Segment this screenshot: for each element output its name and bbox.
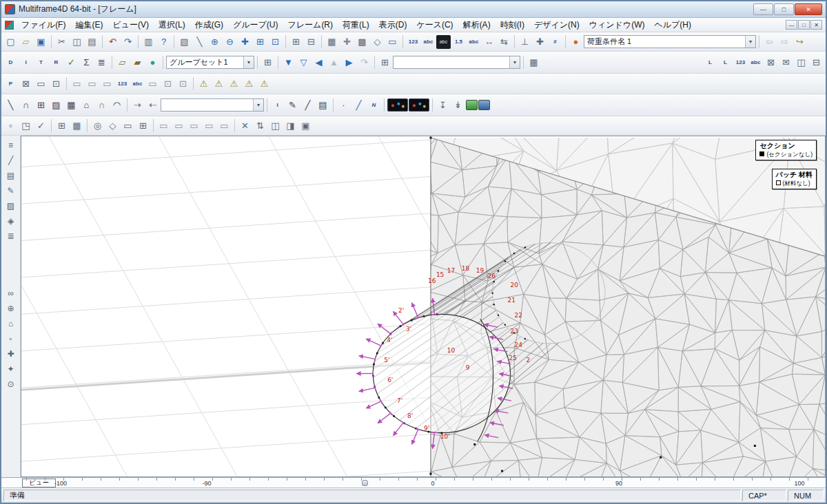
mini-grid-button[interactable]: ⊞ xyxy=(54,119,69,133)
point-button[interactable]: ∙ xyxy=(336,98,351,112)
menu-view[interactable]: ビュー(V) xyxy=(108,18,154,32)
menu-analysis[interactable]: 解析(A) xyxy=(458,18,496,32)
menu-load[interactable]: 荷重(L) xyxy=(338,18,374,32)
step-up-button[interactable]: ▲ xyxy=(327,56,341,70)
tab-view[interactable]: ビュー xyxy=(22,479,56,487)
segment-button[interactable]: ╱ xyxy=(351,98,366,112)
decimals-button[interactable]: 1.5 xyxy=(451,35,466,49)
label-123-button[interactable]: 123 xyxy=(115,77,130,91)
material-sphere-button[interactable]: ● xyxy=(145,56,160,70)
line-slash-button[interactable]: ╱ xyxy=(300,98,315,112)
view-pane5-button[interactable]: ⊡ xyxy=(161,77,175,91)
gem-tool[interactable]: ◈ xyxy=(4,214,18,227)
paste-button[interactable]: ▤ xyxy=(85,35,99,49)
select-window-button[interactable]: ▧ xyxy=(177,35,192,49)
load-type2-button[interactable]: ⚠ xyxy=(212,77,226,91)
layout-abc-button[interactable]: abc xyxy=(748,56,763,70)
drop-dim2-button[interactable]: ↡ xyxy=(451,98,465,112)
draw-roof-button[interactable]: ⌂ xyxy=(79,98,94,112)
send-button[interactable]: ✉ xyxy=(779,56,793,70)
view-pane3-button[interactable]: ▭ xyxy=(100,77,114,91)
mini-mesh-button[interactable]: ▦ xyxy=(70,119,84,133)
minimize-button[interactable]: — xyxy=(753,3,773,15)
hatch-tool[interactable]: ▨ xyxy=(4,199,18,212)
case-folder-button[interactable]: ↪ xyxy=(793,35,807,49)
list-tool[interactable]: ≣ xyxy=(4,229,18,242)
list-button[interactable]: ≣ xyxy=(94,56,109,70)
layers-tool[interactable]: ▤ xyxy=(4,169,18,182)
case-table-button[interactable]: ⊞ xyxy=(378,56,392,70)
filter-outline-button[interactable]: ▽ xyxy=(296,56,311,70)
pane-5-button[interactable]: ▭ xyxy=(217,119,232,133)
rect-button[interactable]: ▭ xyxy=(121,119,135,133)
pane-grid-button[interactable]: ⊡ xyxy=(49,77,63,91)
confirm-button[interactable]: ✓ xyxy=(34,119,48,133)
grid-settings-button[interactable]: ▩ xyxy=(355,35,369,49)
viewport-canvas[interactable]: 16151718192620212223242521092'3'4'5'6'7'… xyxy=(21,136,826,477)
chevron-down-icon[interactable]: ▾ xyxy=(745,36,755,48)
load-type4-button[interactable]: ⚠ xyxy=(242,77,256,91)
capture-button[interactable] xyxy=(478,100,490,110)
menu-time[interactable]: 時刻(I) xyxy=(496,18,529,32)
pointer-line-button[interactable]: ╲ xyxy=(192,35,207,49)
load-case-combo[interactable]: 荷重条件名 1▾ xyxy=(584,35,756,48)
split-h-button[interactable]: ◨ xyxy=(283,119,298,133)
rhombus-button[interactable]: ◇ xyxy=(105,119,120,133)
marquee-button[interactable]: ▫ xyxy=(3,119,18,133)
pane-2-button[interactable]: ▭ xyxy=(172,119,186,133)
swap-button[interactable]: ⇅ xyxy=(253,119,267,133)
grid-toggle-button[interactable]: ▦ xyxy=(325,35,339,49)
close-window-button[interactable]: ⊠ xyxy=(764,56,778,70)
home-tool[interactable]: ⌂ xyxy=(4,317,18,330)
snap-toggle-button[interactable]: ✚ xyxy=(340,35,354,49)
redo-button[interactable]: ↷ xyxy=(121,35,135,49)
load-type3-button[interactable]: ⚠ xyxy=(227,77,241,91)
ruler-thumb[interactable] xyxy=(362,480,368,486)
draw-table-button[interactable]: ▦ xyxy=(64,98,79,112)
layout-left2-button[interactable]: L xyxy=(718,56,733,70)
deselect-button[interactable]: ⊠ xyxy=(19,77,33,91)
load-case-icon[interactable]: ● xyxy=(569,35,583,49)
new-window-button[interactable]: ◳ xyxy=(19,119,33,133)
result-combo[interactable]: ▾ xyxy=(393,56,520,69)
delete-small-button[interactable]: ✕ xyxy=(238,119,252,133)
pane-blank-button[interactable]: ▭ xyxy=(34,77,48,91)
view-pane4-button[interactable]: ▭ xyxy=(145,77,160,91)
axis-toggle-button[interactable]: ◇ xyxy=(370,35,385,49)
filter-down-button[interactable]: ▼ xyxy=(281,56,296,70)
node-numbers-button[interactable]: 123 xyxy=(406,35,420,49)
zoom-tool[interactable]: ⊙ xyxy=(4,377,18,390)
render-mode-button[interactable]: ▭ xyxy=(385,35,400,49)
snap-dotted-button[interactable]: ⇢ xyxy=(130,98,145,112)
render-preview-dark1[interactable] xyxy=(387,98,408,112)
dimension-style-button[interactable]: ⇆ xyxy=(497,35,511,49)
load-type5-button[interactable]: ⚠ xyxy=(257,77,272,91)
help-button[interactable]: ? xyxy=(156,35,171,49)
menu-create[interactable]: 作成(G) xyxy=(190,18,228,32)
group-table-button[interactable]: ⊞ xyxy=(261,56,275,70)
pane-3-button[interactable]: ▭ xyxy=(187,119,201,133)
pane-1-button[interactable]: ▭ xyxy=(156,119,171,133)
split-v-button[interactable]: ◫ xyxy=(268,119,283,133)
prev-case-button[interactable]: ⇦ xyxy=(762,35,777,49)
draw-hatch-button[interactable]: ▨ xyxy=(49,98,63,112)
menu-frame[interactable]: フレーム(R) xyxy=(283,18,338,32)
copy-button[interactable]: ◫ xyxy=(70,35,84,49)
undo-button[interactable]: ↶ xyxy=(105,35,120,49)
dimension-button[interactable]: ↔ xyxy=(482,35,496,49)
local-axes-button[interactable]: ⊥ xyxy=(518,35,532,49)
load-type1-button[interactable]: ⚠ xyxy=(196,77,211,91)
pin-tool[interactable]: ✦ xyxy=(4,362,18,375)
cross-tool[interactable]: ✚ xyxy=(4,347,18,360)
maximize-button[interactable]: □ xyxy=(774,3,794,15)
snap-combo[interactable]: ▾ xyxy=(161,98,264,112)
sum-button[interactable]: Σ xyxy=(79,56,94,70)
sheet-button[interactable]: ▤ xyxy=(316,98,330,112)
lock-button[interactable] xyxy=(466,100,478,110)
split-button[interactable]: ◫ xyxy=(794,56,808,70)
draw-tunnel-button[interactable]: ∩ xyxy=(94,98,109,112)
ibeam-button[interactable]: I xyxy=(270,98,285,112)
slope-tool[interactable]: ╱ xyxy=(4,154,18,167)
pan-button[interactable]: ✚ xyxy=(238,35,252,49)
fill-button[interactable]: ▣ xyxy=(298,119,313,133)
